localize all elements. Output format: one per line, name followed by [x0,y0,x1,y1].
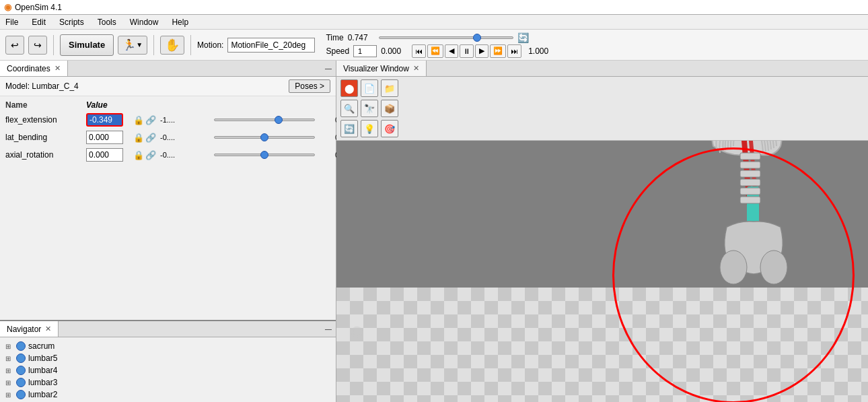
menu-tools[interactable]: Tools [95,16,119,28]
end-time: 1.000 [528,46,548,56]
hand-tool-button[interactable]: ✋ [160,36,184,55]
model-label: Model: Lumbar_C_4 [5,81,79,91]
pause-button[interactable]: ⏸ [460,44,474,58]
list-item[interactable]: ⊞ lumbar2 [5,389,330,401]
viz-btn-light[interactable]: 💡 [361,120,378,137]
nav-item-lumbar5: lumbar5 [28,354,57,363]
skip-end-button[interactable]: ⏭ [507,44,521,58]
visualizer-panel: Visualizer Window ✕ ⬤ 📄 📁 🔍 🔭 📦 🔄 💡 🎯 [336,61,868,402]
axial-slider[interactable] [214,154,315,156]
time-slider[interactable] [379,36,513,39]
table-row: lat_bending 🔒 🔗 -0.... 0.... 0.000 [0,129,336,146]
lat-icons: 🔒 🔗 [133,133,160,143]
viz-btn-zoom-in[interactable]: 🔭 [361,100,378,117]
list-item[interactable]: ⊞ lumbar3 [5,376,330,389]
navigator-tab-close[interactable]: ✕ [45,325,51,333]
motion-input[interactable] [227,38,315,53]
redo-button[interactable]: ↪ [28,36,47,55]
navigator-collapse-btn[interactable]: ─ [321,321,336,337]
navigator-tab-label: Navigator [7,325,41,334]
axial-lock-icon[interactable]: 🔒 [133,150,144,160]
undo-button[interactable]: ↩ [5,36,24,55]
flex-slider-cell [214,119,335,121]
fast-forward-button[interactable]: ⏩ [490,44,506,58]
list-item[interactable]: ⊞ sacrum [5,340,330,352]
viz-btn-2[interactable]: 📄 [361,79,378,97]
header-value: Value [86,100,133,110]
list-item[interactable]: ⊞ lumbar5 [5,352,330,364]
panel-collapse-btn[interactable]: ─ [321,61,336,76]
toolbar: ↩ ↪ Simulate 🏃 ▼ ✋ Motion: Time 0.747 🔄 … [0,30,868,61]
axial-icons: 🔒 🔗 [133,150,160,160]
menu-help[interactable]: Help [169,16,191,28]
axial-slider-cell [214,154,335,156]
visualizer-toolbar: ⬤ 📄 📁 🔍 🔭 📦 🔄 💡 🎯 [336,77,868,141]
coord-name-axial: axial_rotation [5,150,86,160]
table-row: flex_extension 🔒 🔗 -1.... 0.... -0.035 [0,111,336,129]
flex-link-icon[interactable]: 🔗 [145,115,156,125]
visualizer-tab-label: Visualizer Window [343,64,409,73]
viz-btn-zoom-out[interactable]: 🔍 [340,100,358,117]
step-back-button[interactable]: ⏪ [427,44,443,58]
viz-btn-target[interactable]: 🎯 [381,120,398,137]
skeleton-svg [680,141,828,341]
speed-label: Speed [326,46,349,56]
coordinates-tab-close[interactable]: ✕ [55,64,61,73]
time-label: Time [326,33,343,42]
expand-icon: ⊞ [5,367,13,374]
flex-value-input[interactable] [86,113,123,127]
speed-input[interactable] [353,45,377,57]
coordinates-table: Name Value Speed flex_extension 🔒 🔗 [0,96,336,166]
visualizer-canvas[interactable]: ⊙ [336,141,868,402]
refresh-icon[interactable]: 🔄 [517,32,529,43]
svg-point-12 [720,250,747,284]
menu-scripts[interactable]: Scripts [57,16,87,28]
lat-range-min: -0.... [160,133,214,141]
play-button[interactable]: ▶ [475,44,489,58]
visualizer-tab[interactable]: Visualizer Window ✕ [336,61,427,76]
simulate-button[interactable]: Simulate [60,34,114,56]
app-icon: ◉ [4,2,11,12]
menu-window[interactable]: Window [127,16,161,28]
flex-lock-icon[interactable]: 🔒 [133,115,144,125]
flex-slider[interactable] [214,119,315,121]
nav-item-lumbar4: lumbar4 [28,366,57,375]
menu-edit[interactable]: Edit [29,16,48,28]
lat-slider[interactable] [214,136,315,139]
header-range [214,100,335,110]
svg-rect-11 [740,197,760,203]
expand-icon: ⊞ [5,391,13,399]
coordinates-toolbar: Model: Lumbar_C_4 Poses > [0,77,336,96]
motion-section: Motion: [197,38,315,53]
axial-value-input[interactable] [86,148,123,162]
svg-rect-10 [740,188,760,195]
poses-button[interactable]: Poses > [289,79,330,93]
app-title: OpenSim 4.1 [15,3,62,12]
coordinates-tab[interactable]: Coordinates ✕ [0,61,68,76]
run-icon-btn[interactable]: 🏃 ▼ [118,36,147,55]
viz-btn-reset[interactable]: 🔄 [340,120,358,137]
axial-link-icon[interactable]: 🔗 [145,150,156,160]
visualizer-tab-close[interactable]: ✕ [413,64,419,73]
lat-value-input[interactable] [86,131,123,144]
menu-file[interactable]: File [3,16,21,28]
viz-btn-3[interactable]: 📁 [381,79,398,97]
navigator-tab-bar: Navigator ✕ ─ [0,321,336,337]
navigator-tab[interactable]: Navigator ✕ [0,321,59,337]
lat-link-icon[interactable]: 🔗 [145,133,156,143]
node-icon [16,366,26,375]
viz-toolbar-row-3: 🔄 💡 🎯 [340,120,864,137]
svg-rect-6 [740,153,760,160]
menu-bar: File Edit Scripts Tools Window Help [0,15,868,30]
viz-btn-1[interactable]: ⬤ [340,79,358,97]
separator-3 [190,35,191,55]
viz-btn-box[interactable]: 📦 [381,100,398,117]
skip-start-button[interactable]: ⏮ [412,44,426,58]
back-button[interactable]: ◀ [445,44,458,58]
visualizer-tab-bar: Visualizer Window ✕ [336,61,868,77]
lat-lock-icon[interactable]: 🔒 [133,133,144,143]
coordinates-tab-label: Coordinates [7,64,50,73]
header-name: Name [5,100,86,110]
watermark: ⊙ [350,323,363,341]
list-item[interactable]: ⊞ lumbar4 [5,364,330,376]
